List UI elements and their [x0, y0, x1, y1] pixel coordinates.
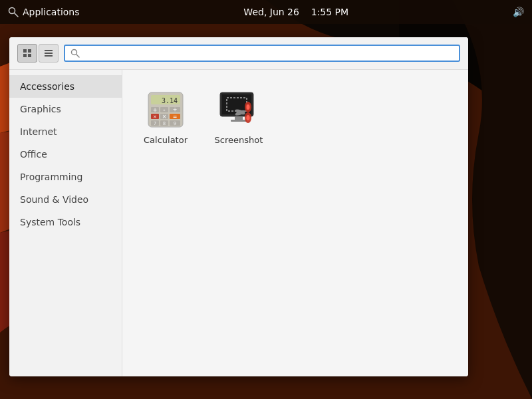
screenshot-icon [217, 88, 260, 131]
taskbar-date: Wed, Jun 26 [243, 7, 299, 17]
main-content: 3.14 + - ÷ ✕ × = [122, 70, 468, 376]
taskbar-left: Applications [8, 7, 80, 17]
sidebar-item-programming[interactable]: Programming [9, 166, 122, 188]
svg-rect-6 [28, 54, 31, 57]
svg-rect-4 [28, 49, 31, 53]
svg-text:×: × [162, 114, 167, 120]
taskbar-right: 🔊 [513, 7, 524, 17]
taskbar-time: 1:55 PM [311, 7, 348, 17]
sidebar-item-office[interactable]: Office [9, 143, 122, 166]
search-taskbar-icon [8, 7, 19, 17]
svg-text:=: = [173, 114, 178, 120]
applications-menu[interactable]: Applications [8, 7, 80, 17]
svg-text:+: + [153, 107, 158, 113]
svg-text:-: - [163, 107, 165, 113]
taskbar-datetime: Wed, Jun 26 1:55 PM [243, 7, 348, 17]
calculator-label: Calculator [144, 135, 188, 145]
screenshot-label: Screenshot [215, 135, 263, 145]
sidebar: Accessories Graphics Internet Office Pro… [9, 70, 122, 376]
calculator-app-icon[interactable]: 3.14 + - ÷ ✕ × = [136, 83, 196, 150]
list-icon [44, 49, 53, 58]
svg-text:3.14: 3.14 [162, 97, 178, 104]
svg-point-43 [247, 115, 250, 120]
svg-point-10 [72, 50, 77, 55]
svg-rect-5 [23, 54, 27, 57]
list-view-button[interactable] [39, 44, 59, 63]
svg-text:8: 8 [163, 121, 166, 126]
toolbar [9, 37, 468, 70]
svg-text:✕: ✕ [153, 114, 157, 120]
svg-line-11 [76, 55, 79, 57]
search-box[interactable] [64, 45, 460, 62]
sidebar-item-system-tools[interactable]: System Tools [9, 211, 122, 233]
svg-rect-3 [23, 49, 27, 53]
svg-point-1 [9, 8, 15, 14]
svg-rect-9 [45, 55, 53, 57]
taskbar: Applications Wed, Jun 26 1:55 PM 🔊 [0, 0, 532, 24]
sidebar-item-accessories[interactable]: Accessories [9, 75, 122, 98]
app-window: Accessories Graphics Internet Office Pro… [9, 37, 468, 376]
svg-point-42 [247, 104, 250, 110]
svg-line-2 [15, 13, 18, 17]
screenshot-app-icon[interactable]: Screenshot [209, 83, 269, 150]
svg-rect-37 [231, 120, 247, 122]
calculator-icon: 3.14 + - ÷ ✕ × = [144, 88, 187, 131]
content-area: Accessories Graphics Internet Office Pro… [9, 70, 468, 376]
svg-text:9: 9 [174, 121, 176, 126]
svg-rect-7 [45, 50, 53, 51]
search-input[interactable] [84, 48, 454, 59]
grid-view-button[interactable] [17, 44, 37, 63]
sidebar-item-graphics[interactable]: Graphics [9, 98, 122, 120]
svg-rect-8 [45, 53, 53, 54]
search-icon [70, 49, 80, 58]
applications-label: Applications [23, 7, 80, 17]
svg-text:7: 7 [154, 121, 156, 126]
volume-icon[interactable]: 🔊 [513, 7, 524, 17]
view-toggle [17, 44, 59, 63]
grid-icon [23, 49, 32, 58]
sidebar-item-sound-video[interactable]: Sound & Video [9, 188, 122, 211]
svg-text:÷: ÷ [173, 107, 178, 113]
sidebar-item-internet[interactable]: Internet [9, 120, 122, 143]
